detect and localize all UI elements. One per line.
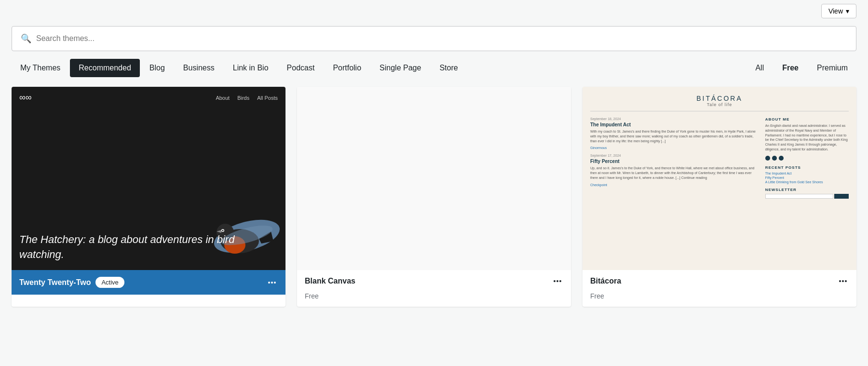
theme-card-bitacora: BITÁCORA Tale of life September 18, 2024…	[583, 87, 856, 307]
hatchery-content: The Hatchery: a blog about adventures in…	[12, 108, 285, 270]
theme-more-button[interactable]	[837, 278, 849, 284]
bitacora-site-subtitle: Tale of life	[590, 102, 849, 107]
bitacora-post1-date: September 18, 2024	[590, 117, 758, 121]
bitacora-post1-title: The Impudent Act	[590, 122, 758, 127]
view-label: View	[828, 7, 843, 15]
newsletter-email-field	[765, 194, 833, 199]
tab-single-page[interactable]: Single Page	[371, 59, 430, 77]
recent-post-3: A Little Drinking from Gold See Shores	[765, 180, 849, 184]
theme-price: Free	[297, 292, 571, 307]
theme-preview-twenty-twenty-two[interactable]: ∞∞ About Birds All Posts The Hatchery: a…	[12, 87, 285, 270]
hatchery-nav-links: About Birds All Posts	[216, 95, 278, 101]
filter-free[interactable]: Free	[773, 59, 807, 77]
theme-footer-blank-canvas: Blank Canvas	[297, 270, 571, 292]
bitacora-newsletter: NEWSLETTER	[765, 188, 849, 199]
theme-price: Free	[583, 292, 856, 307]
bitacora-recent-title: RECENT POSTS	[765, 165, 849, 170]
theme-more-button[interactable]	[266, 280, 278, 285]
theme-name: Blank Canvas	[305, 277, 355, 285]
newsletter-subscribe-button	[834, 194, 849, 199]
tab-recommended[interactable]: Recommended	[70, 59, 140, 77]
bitacora-post1-tag: Ginormous	[590, 146, 758, 149]
nav-link-all-posts: All Posts	[257, 95, 278, 101]
tab-portfolio[interactable]: Portfolio	[324, 59, 370, 77]
filter-premium[interactable]: Premium	[808, 59, 856, 77]
tab-business[interactable]: Business	[175, 59, 223, 77]
search-input[interactable]	[36, 34, 847, 43]
search-icon: 🔍	[21, 33, 31, 44]
theme-footer-active: Twenty Twenty-Two Active	[12, 270, 285, 295]
svg-point-5	[222, 230, 224, 231]
bitacora-social-icons	[765, 156, 849, 161]
chevron-down-icon: ▾	[846, 7, 849, 15]
theme-name: Twenty Twenty-Two	[19, 278, 91, 287]
recent-post-2: Fifty Percent	[765, 176, 849, 179]
search-bar-container: 🔍	[0, 20, 868, 59]
hatchery-logo: ∞∞	[19, 93, 32, 103]
hatchery-nav: ∞∞ About Birds All Posts	[12, 87, 285, 108]
tab-store[interactable]: Store	[431, 59, 466, 77]
themes-grid: ∞∞ About Birds All Posts The Hatchery: a…	[0, 87, 868, 307]
theme-more-button[interactable]	[552, 278, 563, 284]
tab-my-themes[interactable]: My Themes	[12, 59, 69, 77]
bitacora-post2-date: September 17, 2024	[590, 154, 758, 157]
nav-link-about: About	[216, 95, 230, 101]
social-icon-3	[779, 156, 784, 161]
theme-footer-bitacora: Bitácora	[583, 270, 856, 292]
active-badge: Active	[95, 277, 124, 288]
view-button[interactable]: View ▾	[821, 4, 856, 18]
newsletter-input-area	[765, 194, 849, 199]
bitacora-post2-tag: Checkpoint	[590, 183, 758, 187]
bitacora-post1-text: With my coach to St. James's and there f…	[590, 129, 758, 143]
tab-podcast[interactable]: Podcast	[278, 59, 324, 77]
bitacora-illustration: BITÁCORA Tale of life September 18, 2024…	[583, 87, 856, 270]
bitacora-body: September 18, 2024 The Impudent Act With…	[590, 117, 849, 199]
social-icon-2	[772, 156, 777, 161]
bitacora-header: BITÁCORA Tale of life	[590, 95, 849, 111]
tab-link-in-bio[interactable]: Link in Bio	[224, 59, 277, 77]
theme-preview-bitacora[interactable]: BITÁCORA Tale of life September 18, 2024…	[583, 87, 856, 270]
tabs-row: My Themes Recommended Blog Business Link…	[0, 59, 868, 87]
recent-post-1: The Impudent Act	[765, 172, 849, 175]
theme-preview-blank-canvas[interactable]	[297, 87, 571, 270]
bitacora-site-title: BITÁCORA	[590, 95, 849, 102]
social-icon-1	[765, 156, 770, 161]
bitacora-about-title: ABOUT ME	[765, 117, 849, 122]
bitacora-post2-title: Fifty Percent	[590, 159, 758, 164]
blank-canvas-illustration	[297, 87, 571, 270]
nav-link-birds: Birds	[237, 95, 249, 101]
bitacora-about-text: An English diarist and naval administrat…	[765, 123, 849, 152]
bitacora-sidebar: ABOUT ME An English diarist and naval ad…	[765, 117, 849, 199]
theme-card-twenty-twenty-two: ∞∞ About Birds All Posts The Hatchery: a…	[12, 87, 285, 307]
filter-tabs: All Free Premium	[746, 59, 856, 77]
theme-card-blank-canvas: Blank Canvas Free	[297, 87, 571, 307]
tab-blog[interactable]: Blog	[141, 59, 174, 77]
bitacora-main-content: September 18, 2024 The Impudent Act With…	[590, 117, 758, 199]
search-bar: 🔍	[12, 26, 856, 51]
newsletter-title: NEWSLETTER	[765, 188, 849, 192]
bitacora-post2-text: Up, and so it. James's to the Duke of Yo…	[590, 166, 758, 180]
filter-all[interactable]: All	[746, 59, 773, 77]
theme-name: Bitácora	[590, 277, 621, 285]
hatchery-headline: The Hatchery: a blog about adventures in…	[19, 232, 278, 262]
